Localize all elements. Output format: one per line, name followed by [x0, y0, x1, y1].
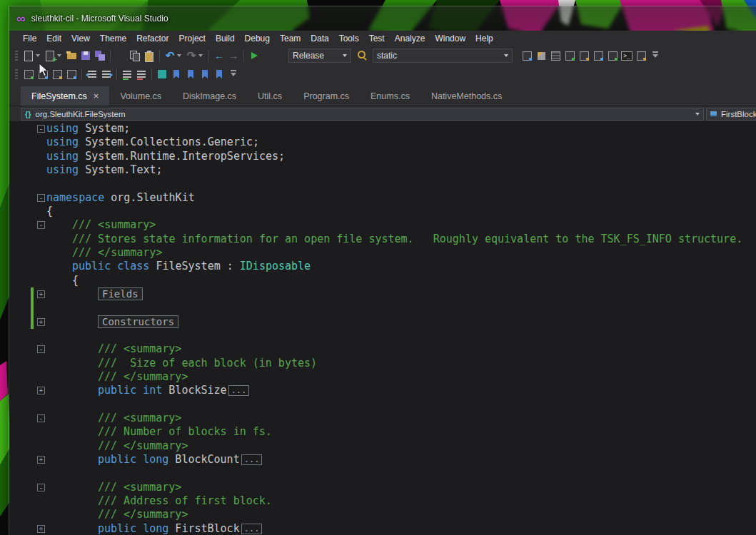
word-completion-icon[interactable] [64, 67, 79, 81]
code-line: -/// <summary> [9, 412, 756, 425]
tab-filesystem-cs[interactable]: FileSystem.cs× [21, 86, 109, 106]
toolbar-options-icon[interactable] [226, 67, 241, 81]
menu-debug[interactable]: Debug [240, 31, 275, 46]
collapsed-body[interactable]: ... [241, 524, 263, 534]
redo-icon[interactable]: ↷ [184, 49, 198, 63]
tab-util-cs[interactable]: Util.cs [247, 86, 293, 106]
menu-team[interactable]: Team [275, 31, 306, 46]
outline-toggle[interactable]: + [37, 318, 45, 326]
collapsed-region[interactable]: Fields [98, 287, 143, 300]
menu-tools[interactable]: Tools [334, 31, 364, 46]
bookmark-next-icon[interactable] [198, 67, 212, 81]
tab-volume-cs[interactable]: Volume.cs [109, 86, 172, 106]
server-explorer-icon[interactable] [577, 49, 591, 63]
outline-toggle[interactable]: + [37, 456, 45, 464]
code-token: public [72, 260, 111, 272]
menu-test[interactable]: Test [364, 31, 390, 46]
extension-manager-icon[interactable] [605, 49, 620, 63]
code-text: /// Size of each block (in bytes) [46, 357, 317, 370]
menu-analyze[interactable]: Analyze [390, 31, 430, 46]
code-token [136, 522, 143, 535]
find-in-files-icon[interactable] [356, 49, 370, 63]
find-combo[interactable]: static [373, 49, 513, 63]
outline-toggle[interactable]: - [37, 414, 45, 422]
tab-enums-cs[interactable]: Enums.cs [360, 86, 420, 106]
close-tab-icon[interactable]: × [94, 91, 99, 101]
collapsed-body[interactable]: ... [228, 385, 250, 396]
copy-icon[interactable] [128, 49, 142, 63]
tab-nativemethods-cs[interactable]: NativeMethods.cs [420, 86, 513, 106]
menu-refactor[interactable]: Refactor [131, 31, 173, 46]
indent-increase-icon[interactable] [99, 67, 114, 81]
solution-explorer-icon[interactable] [534, 49, 548, 63]
bookmark-toggle-icon[interactable] [169, 67, 183, 81]
find-next-icon[interactable] [520, 49, 534, 63]
members-dropdown[interactable]: FirstBlock [706, 108, 756, 121]
outline-toggle[interactable]: + [37, 290, 45, 298]
outline-toggle[interactable]: - [37, 484, 45, 491]
code-editor[interactable]: -using System;using System.Collections.G… [9, 122, 756, 535]
menu-view[interactable]: View [66, 31, 95, 46]
cut-icon[interactable] [114, 49, 128, 63]
menu-data[interactable]: Data [306, 31, 333, 46]
start-debugging-icon[interactable] [247, 49, 261, 63]
member-list-icon[interactable] [21, 67, 36, 81]
outline-toggle[interactable]: - [37, 194, 45, 202]
toolbar-grip[interactable] [15, 51, 18, 61]
navigate-backward-icon[interactable]: ← [212, 49, 226, 63]
menu-theme[interactable]: Theme [95, 31, 131, 46]
save-all-icon[interactable] [93, 49, 107, 63]
outline-toggle[interactable]: + [37, 525, 45, 533]
members-dropdown-value: FirstBlock [721, 110, 756, 118]
add-item-icon-dropdown[interactable] [57, 54, 61, 57]
outline-toggle[interactable]: - [37, 125, 45, 133]
output-window-icon[interactable] [634, 49, 648, 63]
toolbar-separator [110, 50, 111, 62]
undo-icon-dropdown[interactable] [177, 54, 181, 57]
uncomment-icon[interactable] [134, 67, 148, 81]
types-dropdown[interactable]: {} org.SleuthKit.FileSystem [21, 108, 704, 121]
indent-decrease-icon[interactable] [85, 67, 99, 81]
solution-configurations-combo[interactable]: Release [288, 49, 351, 63]
navigate-forward-icon[interactable]: → [226, 49, 241, 63]
bookmark-previous-icon[interactable] [183, 67, 198, 81]
code-line: -using System; [9, 122, 756, 136]
title-bar[interactable]: ∞ sleuthkit-cil - Microsoft Visual Studi… [9, 6, 756, 31]
redo-icon-dropdown[interactable] [198, 54, 203, 57]
bookmark-clear-icon[interactable] [212, 67, 226, 81]
undo-icon[interactable]: ↶ [163, 49, 177, 63]
menu-project[interactable]: Project [174, 31, 211, 46]
team-explorer-icon[interactable] [563, 49, 577, 63]
code-text: namespace org.SleuthKit [46, 191, 195, 205]
quick-info-icon[interactable] [50, 67, 64, 81]
collapsed-region[interactable]: Constructors [98, 315, 178, 328]
add-item-icon[interactable] [43, 49, 57, 63]
outline-toggle[interactable]: + [37, 387, 45, 394]
outline-toggle[interactable]: - [37, 221, 45, 229]
tab-program-cs[interactable]: Program.cs [293, 86, 360, 106]
menu-file[interactable]: File [18, 31, 41, 46]
command-window-icon[interactable] [620, 49, 634, 63]
save-icon[interactable] [79, 49, 93, 63]
code-text: { [46, 205, 53, 218]
code-text: using System.Runtime.InteropServices; [46, 150, 285, 163]
toolbar-grip[interactable] [15, 69, 18, 80]
properties-window-icon[interactable] [548, 49, 563, 63]
menu-edit[interactable]: Edit [41, 31, 66, 46]
comment-icon[interactable] [120, 67, 134, 81]
highlight-icon[interactable] [155, 67, 169, 81]
outline-toggle[interactable]: - [37, 345, 45, 353]
toolbar-options-icon[interactable] [648, 49, 662, 63]
paste-icon[interactable] [142, 49, 156, 63]
new-project-icon-dropdown[interactable] [36, 54, 40, 57]
menu-window[interactable]: Window [430, 31, 470, 46]
solution-configuration-value: Release [293, 51, 324, 61]
toolbox-icon[interactable] [591, 49, 605, 63]
menu-build[interactable]: Build [211, 31, 240, 46]
tab-diskimage-cs[interactable]: DiskImage.cs [172, 86, 247, 106]
menu-help[interactable]: Help [470, 31, 498, 46]
new-project-icon[interactable] [21, 49, 36, 63]
document-tab-strip: FileSystem.cs×Volume.csDiskImage.csUtil.… [9, 86, 756, 106]
open-file-icon[interactable] [64, 49, 79, 63]
collapsed-body[interactable]: ... [241, 454, 263, 465]
